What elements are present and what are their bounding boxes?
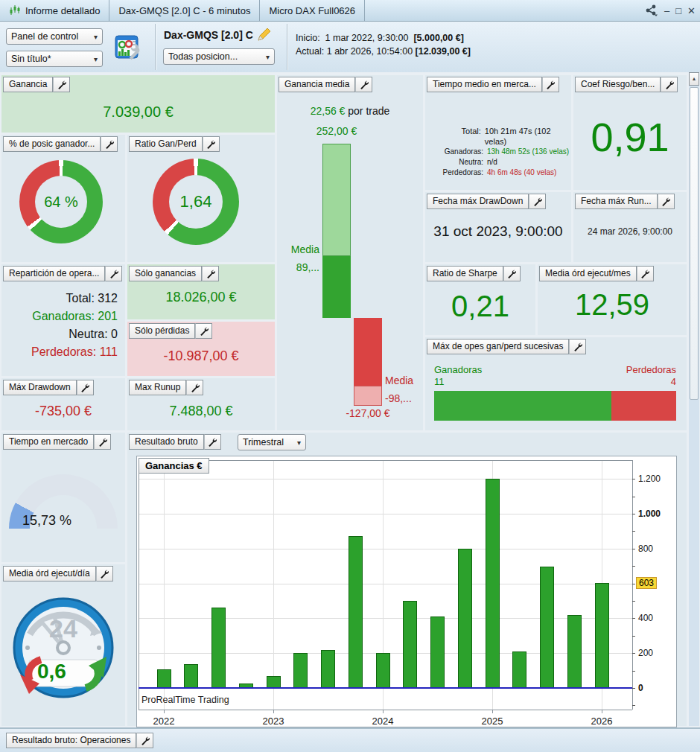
panel-fecha-drawdown: Fecha máx DrawDown 31 oct 2023, 9:00:00: [425, 192, 571, 262]
tab-label: Dax-GMQS [2.0] C - 6 minutos: [118, 5, 250, 16]
wrench-icon[interactable]: [136, 733, 153, 748]
wrench-icon[interactable]: [569, 339, 586, 354]
panel-ratio: Ratio Gan/Perd 1,64: [127, 135, 275, 262]
tiempo-mercado-value: 15,73 %: [22, 513, 71, 529]
wrench-icon[interactable]: [637, 266, 654, 281]
tab-informe-detallado[interactable]: Informe detallado: [0, 0, 109, 21]
panel-ganancia: Ganancia 7.039,00 €: [1, 75, 275, 133]
chevron-down-icon: ▾: [94, 33, 98, 41]
svg-text:24: 24: [49, 614, 77, 643]
wrench-icon[interactable]: [203, 136, 220, 152]
prorealtime-watermark: ProRealTime Trading: [141, 695, 229, 705]
y-axis-label: 200: [638, 648, 653, 658]
reparticion-total: Total: 312: [1, 290, 118, 308]
panel-max-runup: Max Runup 7.488,00 €: [127, 378, 275, 430]
wrench-icon[interactable]: [53, 77, 70, 92]
maximize-icon[interactable]: □: [675, 6, 681, 16]
bottom-panel-bar: Resultado bruto: Operaciones: [0, 727, 700, 752]
max-opes-bar-green: [434, 391, 611, 421]
wrench-icon[interactable]: [542, 77, 559, 92]
chart-bar-T2-2025: [512, 651, 526, 688]
wrench-icon[interactable]: [195, 323, 212, 339]
chevron-down-icon: ▾: [297, 439, 301, 447]
panel-title: % de posic ganador...: [3, 136, 101, 152]
wrench-icon[interactable]: [503, 266, 521, 281]
panel-title: Sólo ganancias: [129, 266, 202, 281]
layout-title-dropdown[interactable]: Sin título*▾: [6, 51, 103, 67]
wrench-icon[interactable]: [94, 434, 111, 450]
resultado-bruto-chart: 02004008001.0001.20060320222023202420252…: [136, 456, 677, 727]
close-icon[interactable]: ✕: [687, 6, 696, 16]
tab-instrument[interactable]: Micro DAX Full0626: [260, 0, 365, 21]
dashboard-settings-icon[interactable]: [113, 34, 141, 62]
panel-ord-mes: Media órd ejecut/mes 12,59: [538, 264, 687, 335]
toolbar: Panel de control▾ Sin título*▾ Dax-GMQS …: [0, 22, 700, 72]
ratio-value: 1,64: [180, 192, 212, 211]
chart-bar-T4-2024: [458, 549, 472, 688]
media-win-label: Media89,...: [277, 240, 319, 276]
panel-title: Tiempo en mercado: [3, 434, 94, 450]
minimize-icon[interactable]: –: [664, 6, 669, 16]
win-pct-value: 64 %: [44, 194, 78, 211]
wrench-icon[interactable]: [186, 380, 203, 395]
panel-title: Sólo pérdidas: [129, 323, 195, 339]
clock-24h-icon: 24: [11, 596, 115, 700]
tm-neutra: Neutra:n/d: [425, 157, 571, 168]
x-axis-label: 2023: [263, 716, 284, 727]
wrench-icon[interactable]: [105, 266, 122, 281]
scrollbar-thumb[interactable]: [690, 87, 699, 400]
x-axis-label: 2026: [591, 716, 613, 727]
max-opes-win-value: 11: [434, 376, 445, 387]
actual-line: Actual: 1 abr 2026, 10:54:00 [12.039,00 …: [296, 46, 471, 57]
media-loss-label: Media-98,...: [385, 372, 422, 407]
chart-bar-T1-2026: [595, 583, 609, 688]
panel-title: Max Runup: [129, 380, 186, 395]
tm-perdedoras: Perdedoras:4h 6m 48s (40 velas): [425, 168, 571, 178]
wrench-icon[interactable]: [529, 194, 546, 209]
period-dropdown[interactable]: Trimestral▾: [238, 434, 306, 450]
waterfall-light-red: [354, 386, 382, 406]
system-name: Dax-GMQS [2.0] C: [164, 29, 253, 41]
panel-title: Máx de opes gan/perd sucesivas: [427, 339, 569, 354]
panel-title: Ratio Gan/Perd: [129, 136, 203, 152]
wrench-icon[interactable]: [355, 77, 372, 92]
wrench-icon[interactable]: [77, 380, 94, 395]
max-runup-value: 7.488,00 €: [127, 404, 275, 419]
edit-pencil-icon[interactable]: [255, 25, 273, 43]
scroll-up-arrow-icon[interactable]: ▴: [689, 72, 699, 86]
max-opes-win-label: Ganadoras: [434, 364, 482, 375]
chart-bar-T3-2022: [211, 608, 226, 688]
wrench-icon[interactable]: [661, 77, 678, 92]
chart-bar-T2-2022: [184, 664, 198, 688]
per-trade-line: 22,56 € por trade: [277, 105, 423, 117]
tab-system[interactable]: Dax-GMQS [2.0] C - 6 minutos: [109, 0, 260, 21]
chart-bar-T1-2024: [376, 653, 390, 688]
panel-title: Fecha máx DrawDown: [427, 194, 529, 209]
panel-title: Tiempo medio en merca...: [427, 77, 542, 92]
panel-de-control-dropdown[interactable]: Panel de control▾: [6, 28, 103, 45]
share-icon[interactable]: [645, 4, 658, 16]
panel-sharpe: Ratio de Sharpe 0,21: [425, 264, 535, 335]
panel-title: Repartición de opera...: [3, 266, 105, 281]
reparticion-ganadoras: Ganadoras: 201: [1, 308, 118, 325]
wrench-icon[interactable]: [96, 566, 113, 581]
y-axis-label: 1.000: [638, 509, 661, 519]
wrench-icon[interactable]: [658, 194, 675, 209]
panel-title: Ganancia: [3, 77, 53, 92]
wrench-icon[interactable]: [101, 136, 118, 152]
ord-dia-value: 0,6: [37, 660, 66, 684]
panel-ganancia-media: Ganancia media 22,56 € por trade 252,00 …: [277, 75, 423, 430]
positions-dropdown[interactable]: Todas posicion...▾: [163, 48, 275, 65]
solo-ganancias-value: 18.026,00 €: [127, 290, 275, 305]
wrench-icon[interactable]: [204, 434, 221, 450]
panel-tiempo-mercado: Tiempo en mercado 15,73 %: [1, 433, 125, 562]
chart-bar-T3-2025: [540, 567, 554, 688]
panel-reparticion: Repartición de opera... Total: 312 Ganad…: [1, 264, 125, 376]
max-opes-lose-label: Perdedoras: [626, 364, 676, 375]
panel-max-drawdown: Máx Drawdown -735,00 €: [1, 378, 125, 430]
y-axis-label: 1.200: [638, 474, 661, 484]
chevron-down-icon: ▾: [94, 55, 98, 63]
y-axis-label: 800: [638, 544, 653, 554]
wrench-icon[interactable]: [202, 266, 219, 281]
vertical-scrollbar[interactable]: ▴: [689, 72, 699, 726]
